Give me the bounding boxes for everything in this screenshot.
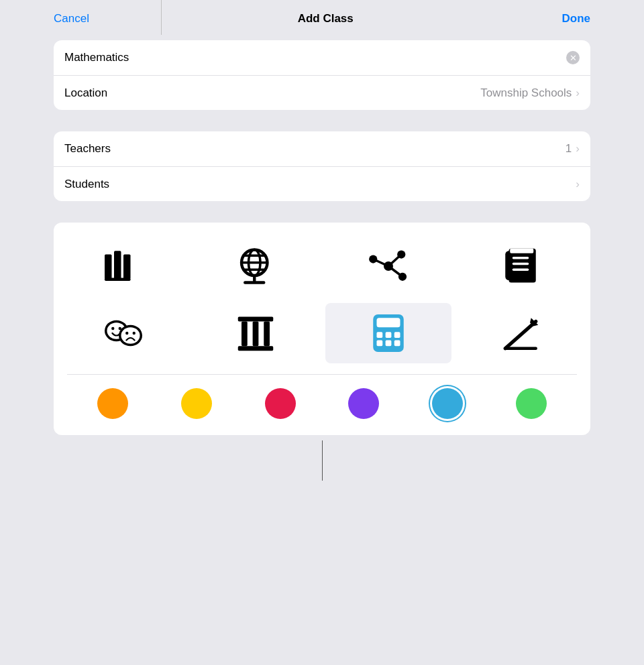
- annotation-line: [322, 440, 323, 481]
- network-icon-item[interactable]: [325, 236, 451, 296]
- svg-rect-20: [511, 249, 534, 253]
- theater-icon: [100, 310, 147, 357]
- theater-icon-item[interactable]: [60, 303, 186, 363]
- calculator-icon: [365, 310, 412, 357]
- location-row[interactable]: Location Township Schools ›: [54, 75, 590, 110]
- network-icon: [365, 243, 412, 290]
- teachers-label: Teachers: [64, 142, 111, 156]
- svg-rect-19: [506, 251, 513, 280]
- color-purple[interactable]: [348, 388, 379, 419]
- add-class-modal: Cancel Add Class Done ✕ Location Townshi…: [40, 0, 604, 665]
- svg-line-17: [388, 266, 402, 277]
- cancel-button[interactable]: Cancel: [54, 12, 89, 25]
- color-blue[interactable]: [432, 388, 463, 419]
- svg-rect-3: [105, 278, 131, 281]
- teachers-row[interactable]: Teachers 1 ›: [54, 131, 590, 166]
- svg-rect-40: [385, 332, 391, 338]
- svg-rect-23: [513, 269, 529, 271]
- scroll-icon: [497, 243, 544, 290]
- svg-rect-33: [238, 346, 274, 351]
- globe-icon: [232, 243, 279, 290]
- icons-grid: [60, 236, 584, 363]
- students-row[interactable]: Students ›: [54, 166, 590, 201]
- svg-rect-38: [376, 318, 400, 327]
- svg-rect-35: [253, 322, 259, 347]
- library-icon-item[interactable]: [60, 236, 186, 296]
- location-value: Township Schools: [480, 86, 572, 100]
- teachers-chevron-icon: ›: [576, 142, 580, 156]
- location-label: Location: [64, 86, 107, 100]
- svg-rect-44: [394, 341, 400, 347]
- svg-point-31: [132, 332, 135, 335]
- svg-rect-1: [114, 251, 121, 279]
- modal-header: Cancel Add Class Done: [40, 0, 604, 35]
- svg-rect-42: [376, 341, 382, 347]
- svg-point-26: [111, 327, 114, 330]
- clear-class-name-button[interactable]: ✕: [566, 51, 580, 64]
- svg-rect-2: [123, 255, 131, 280]
- svg-rect-32: [238, 317, 274, 322]
- color-green[interactable]: [516, 388, 547, 419]
- calculator-icon-item[interactable]: [325, 303, 451, 363]
- svg-point-30: [125, 332, 128, 335]
- columns-icon-item[interactable]: [193, 303, 319, 363]
- svg-rect-43: [385, 341, 391, 347]
- class-name-row: ✕: [54, 40, 590, 75]
- class-name-input[interactable]: [64, 51, 566, 64]
- svg-point-29: [121, 327, 140, 344]
- svg-rect-41: [394, 332, 400, 338]
- icons-colors-card: [54, 223, 590, 435]
- svg-line-45: [506, 322, 537, 349]
- pencil-icon-item[interactable]: [458, 303, 584, 363]
- svg-rect-0: [105, 255, 112, 280]
- color-orange[interactable]: [97, 388, 128, 419]
- location-chevron-icon: ›: [576, 86, 580, 100]
- students-label: Students: [64, 178, 109, 191]
- pencil-icon: [497, 310, 544, 357]
- modal-title: Add Class: [298, 12, 354, 25]
- teachers-count: 1: [566, 142, 572, 156]
- svg-rect-36: [264, 322, 270, 347]
- globe-icon-item[interactable]: [193, 236, 319, 296]
- class-form-card: ✕ Location Township Schools ›: [54, 40, 590, 110]
- svg-line-16: [388, 255, 401, 267]
- columns-icon: [232, 310, 279, 357]
- people-card: Teachers 1 › Students ›: [54, 131, 590, 201]
- students-chevron-icon: ›: [576, 178, 580, 191]
- colors-row: [60, 375, 584, 435]
- svg-rect-39: [376, 332, 382, 338]
- done-button[interactable]: Done: [562, 12, 591, 25]
- svg-rect-21: [513, 257, 529, 259]
- color-red[interactable]: [265, 388, 296, 419]
- annotation-container: [40, 440, 604, 481]
- svg-rect-34: [241, 322, 248, 347]
- svg-rect-22: [513, 263, 529, 265]
- library-icon: [100, 243, 147, 290]
- color-yellow[interactable]: [181, 388, 212, 419]
- scroll-icon-item[interactable]: [458, 236, 584, 296]
- svg-rect-18: [509, 249, 536, 283]
